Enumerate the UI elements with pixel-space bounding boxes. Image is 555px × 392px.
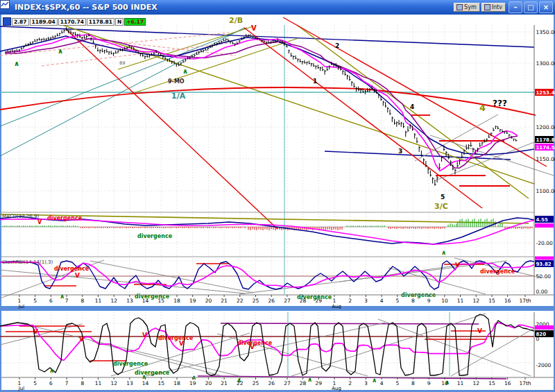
- quote-tick-icon: [3, 17, 11, 26]
- chart-annotation: 19: [189, 380, 196, 386]
- chart-annotation: 12: [473, 298, 480, 304]
- chart-annotation: V: [142, 332, 147, 339]
- chart-annotation: 12: [110, 380, 117, 386]
- chart-annotation: 12: [473, 380, 480, 386]
- desktop: 1350.001300.001200.001150.001100.001253.…: [0, 0, 555, 392]
- chart-annotation: 11: [457, 380, 464, 386]
- chart-annotation: 17th: [519, 380, 531, 386]
- chart-annotation: 93.82: [536, 262, 552, 267]
- chart-annotation: ∧: [49, 367, 54, 374]
- chart-annotation: 2: [335, 42, 339, 49]
- chart-annotation: 26: [268, 298, 275, 304]
- chart-annotation: 29: [316, 298, 323, 304]
- chart-annotation: Aug: [332, 386, 341, 391]
- chart-annotation: 14: [142, 298, 149, 304]
- chart-annotation: 4: [380, 380, 384, 386]
- chart-annotation: ∧: [182, 67, 188, 75]
- chart-annotation: 11: [95, 380, 102, 386]
- chart-annotation: 6: [49, 380, 53, 386]
- chart-annotation: V: [477, 327, 482, 334]
- chart-annotation: 8: [411, 298, 415, 304]
- chart-annotation: 20: [205, 380, 212, 386]
- chart-annotation: 1178.81: [536, 137, 555, 143]
- minimize-button[interactable]: –: [509, 1, 522, 13]
- chart-annotation: 16: [504, 380, 511, 386]
- minimize-icon: –: [514, 3, 518, 11]
- chart-annotation: divergence: [47, 215, 83, 221]
- title-bar[interactable]: INDEX:$SPX,60 -- S&P 500 INDEX Sym Intv …: [0, 0, 555, 15]
- chart-annotation: 7: [65, 380, 69, 386]
- quote-chip: 1189.04: [30, 18, 58, 26]
- quote-strip: 2.871189.041170.741178.81N+6.17: [3, 17, 146, 26]
- axis-value-chip: [535, 223, 554, 228]
- chart-annotation: ???: [493, 99, 507, 108]
- chart-annotation: 1150.00: [536, 156, 555, 162]
- chart-annotation: 15: [488, 298, 495, 304]
- chart-annotation: 5: [441, 194, 445, 201]
- chart-annotation: V: [75, 272, 80, 279]
- chart-annotation: 6: [49, 298, 53, 304]
- sym-button[interactable]: Sym: [454, 3, 480, 12]
- chart-annotation: 16: [504, 298, 511, 304]
- chart-annotation: 3/C: [434, 202, 448, 211]
- chart-annotation: 0.00: [536, 289, 548, 295]
- chart-annotation: 15: [158, 380, 165, 386]
- stochrsi-label: StochRSI(14,14(1),3): [2, 259, 53, 265]
- chart-annotation: 15: [488, 380, 495, 386]
- close-button[interactable]: ×: [539, 1, 553, 13]
- breadth-chart[interactable]: 20000-2000820divergencedivergenceVVVVVVd…: [0, 309, 555, 392]
- chart-annotation: V: [37, 219, 42, 225]
- chart-annotation: 11: [457, 298, 464, 304]
- chart-annotation: divergence: [137, 233, 173, 239]
- chart-annotation: 1253.44: [536, 90, 555, 96]
- chart-annotation: Aug: [332, 304, 341, 309]
- chart-annotation: 5: [395, 380, 399, 386]
- chart-annotation: divergence: [158, 335, 194, 341]
- intv-button[interactable]: Intv: [481, 3, 506, 12]
- chart-annotation: 4: [380, 298, 384, 304]
- chart-annotation: 21: [221, 380, 228, 386]
- chart-annotation: 1300.00: [536, 60, 555, 67]
- chart-annotation: 2: [348, 298, 352, 304]
- chart-annotation: 25: [253, 298, 259, 304]
- chart-annotation: 20: [205, 298, 212, 304]
- chart-annotation: ∧: [441, 249, 446, 256]
- chart-annotation: 22: [237, 380, 244, 386]
- maximize-button[interactable]: □: [524, 1, 538, 13]
- chart-annotation: 7: [65, 298, 69, 304]
- chart-annotation: 10: [441, 298, 448, 304]
- chart-annotation: divergence: [135, 370, 170, 376]
- price-macd-stoch-chart[interactable]: 1350.001300.001200.001150.001100.001253.…: [0, 0, 555, 309]
- chart-annotation: 4: [479, 103, 486, 113]
- chart-annotation: 5: [395, 298, 399, 304]
- chart-annotation: 1350.00: [536, 29, 555, 35]
- chart-annotation: -2000: [536, 362, 552, 368]
- chart-annotation: divergence: [480, 269, 515, 275]
- chart-annotation: 1174.52: [536, 145, 555, 151]
- chart-annotation: Jul: [18, 386, 25, 391]
- chart-annotation: 12: [110, 298, 117, 304]
- chart-annotation: 3: [364, 298, 368, 304]
- chart-annotation: 27: [284, 380, 291, 386]
- chart-annotation: 25: [253, 380, 259, 386]
- breadth-window: 20000-2000820divergencedivergenceVVVVVVd…: [0, 309, 555, 392]
- window-title: INDEX:$SPX,60 -- S&P 500 INDEX: [15, 3, 157, 12]
- chart-annotation: 18: [173, 380, 180, 386]
- intv-icon: [484, 4, 490, 10]
- chart-annotation: 1200.00: [536, 124, 555, 130]
- app-icon: [2, 3, 12, 12]
- chart-annotation: 17th: [519, 298, 531, 304]
- chart-annotation: 4: [410, 103, 414, 110]
- quote-chip: 1178.81: [87, 18, 114, 26]
- sym-icon: [456, 4, 463, 10]
- chart-annotation: 14: [142, 380, 149, 386]
- maximize-icon: □: [527, 3, 533, 11]
- chart-annotation: ∧: [58, 47, 63, 55]
- chart-annotation: 26: [268, 380, 275, 386]
- chart-annotation: Jul: [18, 304, 25, 309]
- chart-annotation: ∧: [142, 373, 146, 380]
- chart-annotation: 10: [441, 380, 448, 386]
- chart-annotation: -20.00: [536, 240, 553, 246]
- chart-annotation: 9: [427, 380, 431, 386]
- chart-annotation: 19: [189, 298, 196, 304]
